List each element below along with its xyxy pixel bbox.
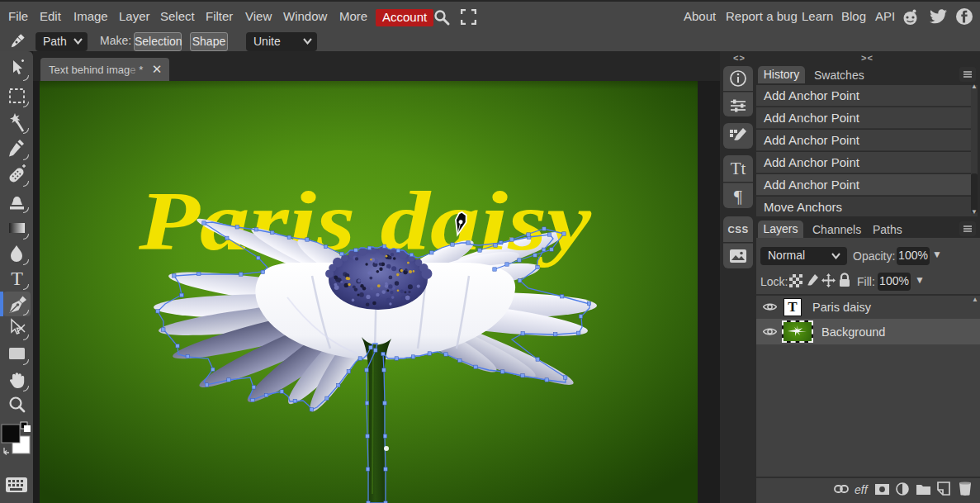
svg-text:¶: ¶ bbox=[734, 186, 742, 206]
svg-text:T: T bbox=[11, 268, 23, 289]
svg-text:CSS: CSS bbox=[727, 225, 748, 235]
svg-text:Tt: Tt bbox=[731, 159, 746, 178]
